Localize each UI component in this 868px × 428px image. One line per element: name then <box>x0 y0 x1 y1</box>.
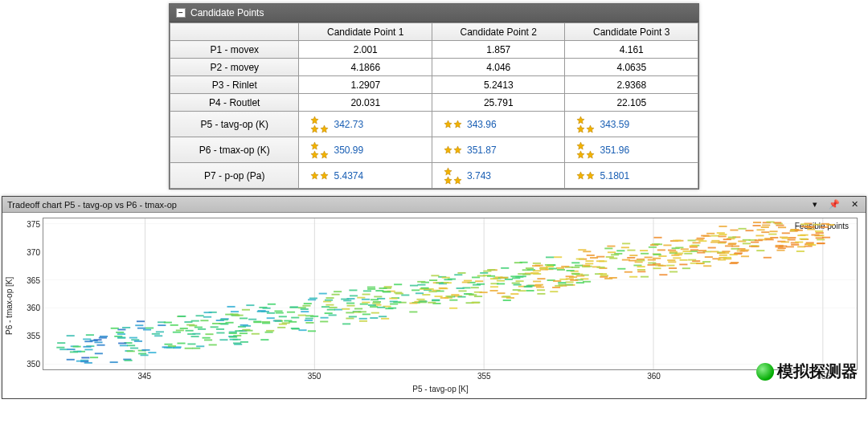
svg-rect-569 <box>235 315 244 316</box>
svg-rect-89 <box>505 279 513 280</box>
svg-rect-609 <box>220 324 228 325</box>
cell[interactable]: 5.1801 <box>565 163 698 189</box>
svg-rect-352 <box>817 238 825 240</box>
svg-rect-584 <box>703 265 711 267</box>
cell[interactable]: 2.9368 <box>565 76 698 94</box>
cell[interactable]: 351.96 <box>565 137 698 163</box>
cell[interactable]: 3.743 <box>432 163 565 189</box>
svg-rect-350 <box>56 347 64 349</box>
row-header: P1 - movex <box>170 41 299 59</box>
svg-rect-695 <box>235 330 243 332</box>
svg-rect-120 <box>649 247 657 248</box>
svg-rect-585 <box>755 235 764 237</box>
svg-rect-610 <box>702 261 710 263</box>
cell[interactable]: 342.73 <box>299 112 432 137</box>
chart-titlebar[interactable]: Tradeoff chart P5 - tavg-op vs P6 - tmax… <box>2 197 866 213</box>
svg-rect-545 <box>761 226 769 228</box>
cell[interactable]: 1.857 <box>432 41 565 59</box>
svg-rect-114 <box>127 344 135 346</box>
svg-rect-140 <box>342 323 350 324</box>
svg-rect-574 <box>440 297 448 299</box>
svg-rect-195 <box>137 320 145 322</box>
cell[interactable]: 20.031 <box>299 94 432 112</box>
svg-rect-509 <box>240 317 248 319</box>
svg-rect-145 <box>690 249 698 251</box>
svg-rect-517 <box>585 260 593 262</box>
svg-rect-674 <box>305 315 313 316</box>
svg-rect-447 <box>801 226 809 227</box>
svg-rect-673 <box>751 242 759 243</box>
table-row[interactable]: P5 - tavg-op (K)342.73343.96343.59 <box>170 112 698 137</box>
cell[interactable]: 1.2907 <box>299 76 432 94</box>
svg-rect-448 <box>185 348 193 349</box>
svg-rect-238 <box>67 335 75 336</box>
table-row[interactable]: P4 - Routlet20.03125.79122.105 <box>170 94 698 112</box>
svg-rect-187 <box>200 320 208 321</box>
svg-rect-285 <box>725 245 733 247</box>
svg-rect-383 <box>795 242 803 243</box>
svg-rect-586 <box>375 290 383 291</box>
svg-rect-465 <box>514 284 522 286</box>
cell[interactable]: 343.96 <box>432 112 565 137</box>
svg-rect-378 <box>290 307 298 308</box>
svg-rect-681 <box>503 300 511 301</box>
table-row[interactable]: P1 - movex2.0011.8574.161 <box>170 41 698 59</box>
svg-rect-367 <box>526 290 534 291</box>
cell[interactable]: 5.2413 <box>432 76 565 94</box>
plot-area[interactable]: Feasible points 350355360365370375 <box>43 218 858 370</box>
collapse-icon[interactable]: − <box>176 8 186 18</box>
cell[interactable]: 4.046 <box>432 59 565 76</box>
svg-rect-258 <box>152 333 160 335</box>
table-row[interactable]: P3 - Rinlet1.29075.24132.9368 <box>170 76 698 94</box>
table-row[interactable]: P7 - p-op (Pa)5.43743.7435.1801 <box>170 163 698 189</box>
cell[interactable]: 2.001 <box>299 41 432 59</box>
candidate-points-title: Candidate Points <box>190 7 264 18</box>
svg-rect-207 <box>782 232 790 234</box>
svg-rect-566 <box>367 288 375 290</box>
svg-rect-149 <box>189 325 197 327</box>
pin-icon[interactable]: 📌 <box>826 199 842 210</box>
cell[interactable]: 343.59 <box>565 112 698 137</box>
cell[interactable]: 22.105 <box>565 94 698 112</box>
cell[interactable]: 351.87 <box>432 137 565 163</box>
svg-rect-614 <box>637 271 645 272</box>
svg-rect-53 <box>304 303 312 304</box>
svg-rect-572 <box>429 279 437 281</box>
cell[interactable]: 25.791 <box>432 94 565 112</box>
col-header[interactable]: Candidate Point 2 <box>432 23 565 41</box>
svg-rect-567 <box>717 232 725 234</box>
svg-rect-39 <box>705 256 713 258</box>
svg-rect-231 <box>360 304 368 305</box>
candidate-points-header[interactable]: − Candidate Points <box>170 4 698 22</box>
svg-rect-422 <box>698 250 706 251</box>
svg-rect-348 <box>556 267 564 269</box>
svg-rect-147 <box>410 285 418 287</box>
svg-rect-293 <box>545 264 553 266</box>
svg-rect-606 <box>680 259 688 261</box>
cell[interactable]: 4.161 <box>565 41 698 59</box>
svg-rect-198 <box>781 241 789 243</box>
cell[interactable]: 4.0635 <box>565 59 698 76</box>
svg-rect-227 <box>229 332 237 334</box>
svg-rect-280 <box>635 261 643 263</box>
svg-rect-561 <box>575 265 583 267</box>
table-row[interactable]: P6 - tmax-op (K)350.99351.87351.96 <box>170 137 698 163</box>
svg-rect-332 <box>590 257 598 259</box>
svg-rect-603 <box>76 361 84 362</box>
svg-rect-54 <box>260 339 268 340</box>
dropdown-icon[interactable]: ▾ <box>810 199 820 210</box>
close-icon[interactable]: ✕ <box>849 199 861 210</box>
table-row[interactable]: P2 - movey4.18664.0464.0635 <box>170 59 698 76</box>
col-header[interactable]: Candidate Point 3 <box>565 23 698 41</box>
cell[interactable]: 4.1866 <box>299 59 432 76</box>
cell[interactable]: 5.4374 <box>299 163 432 189</box>
svg-rect-370 <box>806 243 814 245</box>
svg-rect-320 <box>445 296 453 297</box>
svg-rect-515 <box>449 300 457 301</box>
cell[interactable]: 350.99 <box>299 137 432 163</box>
svg-rect-217 <box>796 251 805 252</box>
svg-rect-617 <box>362 313 371 315</box>
svg-rect-461 <box>645 257 653 259</box>
svg-rect-390 <box>122 327 130 328</box>
col-header[interactable]: Candidate Point 1 <box>299 23 432 41</box>
